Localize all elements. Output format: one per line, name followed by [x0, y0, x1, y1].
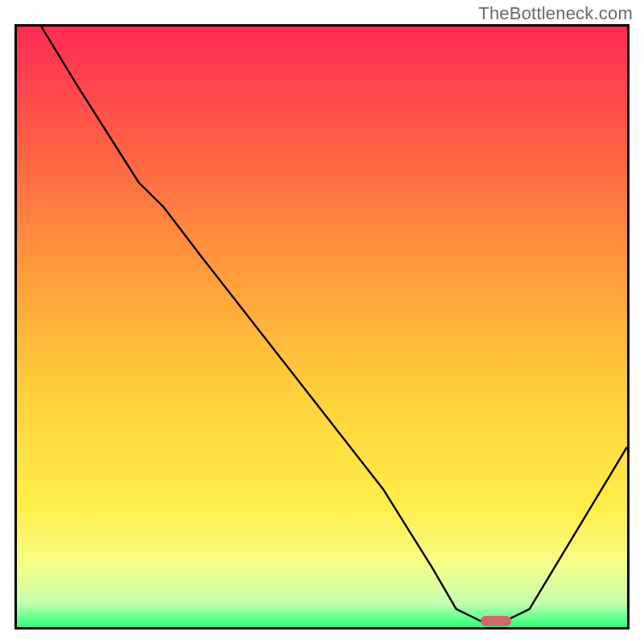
optimal-range-marker: [481, 616, 511, 626]
chart-frame: TheBottleneck.com: [0, 0, 644, 644]
watermark-text: TheBottleneck.com: [478, 3, 633, 24]
plot-svg: [17, 27, 627, 627]
gradient-background: [17, 27, 627, 627]
plot-area: [14, 24, 630, 630]
